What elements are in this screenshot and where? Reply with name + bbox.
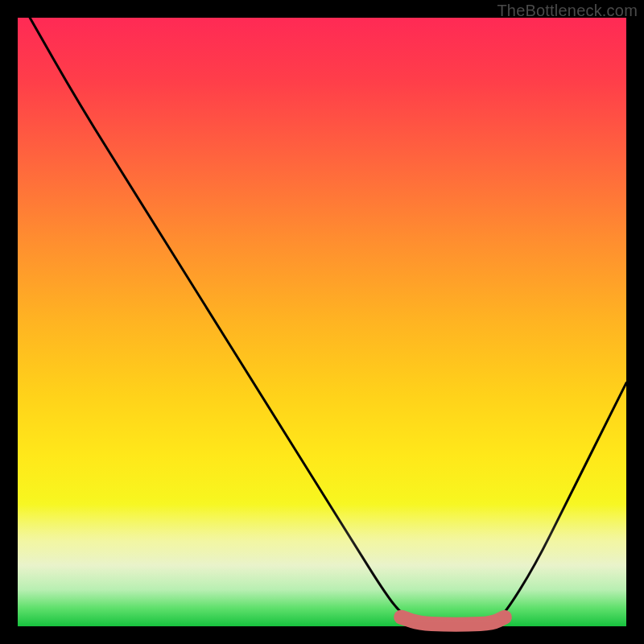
valley-marker-path xyxy=(401,617,505,625)
bottleneck-curve-path xyxy=(30,18,626,625)
plot-area xyxy=(18,18,626,626)
valley-end-dot xyxy=(498,611,511,624)
chart-frame: TheBottleneck.com xyxy=(0,0,644,644)
chart-svg xyxy=(18,18,626,626)
